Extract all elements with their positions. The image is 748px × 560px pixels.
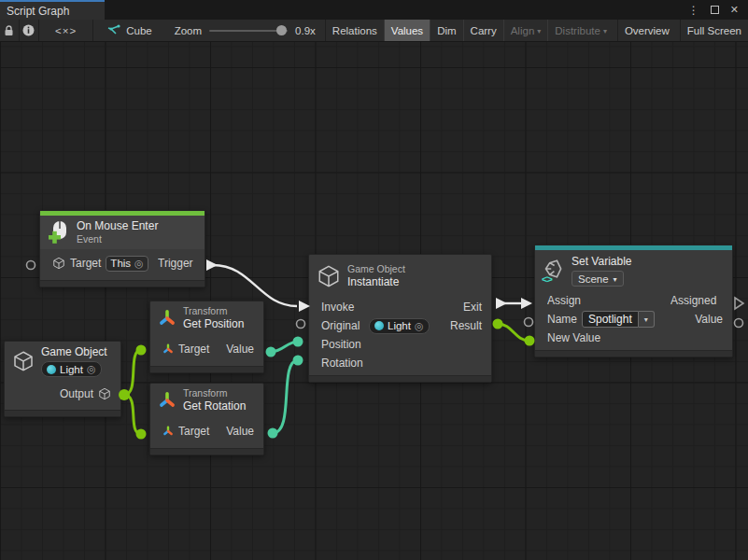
object-picker-icon[interactable]: ◎ <box>134 258 144 270</box>
node-header: On Mouse Enter Event <box>40 216 205 249</box>
value-port[interactable] <box>735 319 743 328</box>
original-port[interactable] <box>297 320 305 329</box>
port-row-rotation: Rotation <box>309 354 491 372</box>
node-get-position[interactable]: Transform Get Position Target Value <box>149 301 264 373</box>
window-menu-icon[interactable]: ⋮ <box>688 4 699 17</box>
node-footer <box>150 448 263 455</box>
node-instantiate[interactable]: Game Object Instantiate Invoke Exit Orig… <box>308 254 492 383</box>
getrotation-target-port[interactable] <box>136 429 147 440</box>
variable-name-value: Spotlight <box>582 311 639 328</box>
node-header: Game Object Light ◎ <box>5 342 120 381</box>
node-header: <> Set Variable Scene ▾ <box>535 250 732 291</box>
wire-output-to-getrotation-target[interactable] <box>124 395 141 434</box>
exit-port[interactable] <box>496 298 507 309</box>
carry-button[interactable]: Carry <box>463 20 503 41</box>
info-icon <box>22 24 35 36</box>
value-port-label: Value <box>226 425 254 438</box>
instantiate-rotation-port[interactable] <box>293 356 303 366</box>
node-on-mouse-enter[interactable]: On Mouse Enter Event Target This ◎ Trigg… <box>39 210 205 287</box>
node-footer <box>5 410 120 416</box>
relations-label: Relations <box>332 25 377 36</box>
original-value: Light <box>388 320 411 331</box>
tab-script-graph[interactable]: Script Graph <box>0 0 105 20</box>
dim-label: Dim <box>437 25 456 36</box>
wire-result-to-new-value[interactable] <box>498 324 529 341</box>
graph-canvas[interactable]: On Mouse Enter Event Target This ◎ Trigg… <box>0 42 748 560</box>
align-button[interactable]: Align ▾ <box>503 20 548 41</box>
object-field[interactable]: Light ◎ <box>41 361 102 377</box>
name-port[interactable] <box>525 318 533 327</box>
tab-bar: Script Graph ⋮ ✕ <box>0 0 748 20</box>
wire-position-value-to-instantiate[interactable] <box>271 342 298 352</box>
node-category: Transform <box>183 387 256 399</box>
assign-port[interactable] <box>521 298 532 309</box>
variable-name-dropdown[interactable]: Spotlight ▾ <box>582 311 655 328</box>
zoom-slider[interactable] <box>209 30 288 32</box>
trigger-port[interactable] <box>206 259 218 271</box>
close-icon[interactable]: ✕ <box>730 4 739 16</box>
target-port-label: Target <box>178 425 209 438</box>
lock-button[interactable] <box>0 20 20 41</box>
cube-icon <box>317 264 341 288</box>
wire-output-to-getposition-target[interactable] <box>124 350 141 395</box>
node-footer <box>309 375 491 382</box>
full-screen-button[interactable]: Full Screen <box>680 20 748 41</box>
wire-rotation-value-to-instantiate[interactable] <box>273 360 298 433</box>
value-port-label: Value <box>695 313 723 326</box>
target-value-field[interactable]: This ◎ <box>106 256 148 272</box>
maximize-icon[interactable] <box>711 6 719 14</box>
relations-button[interactable]: Relations <box>325 20 384 41</box>
node-header: Game Object Instantiate <box>309 255 491 298</box>
original-object-field[interactable]: Light ◎ <box>369 318 430 334</box>
port-row-invoke: Invoke Exit <box>309 298 491 316</box>
position-port-label: Position <box>321 338 370 351</box>
node-category: Transform <box>183 305 256 317</box>
invoke-port-label: Invoke <box>321 301 360 314</box>
assign-port-label: Assign <box>547 294 586 307</box>
getrotation-value-port[interactable] <box>268 428 278 439</box>
dim-button[interactable]: Dim <box>430 20 462 41</box>
variable-scope-dropdown[interactable]: Scene ▾ <box>572 271 624 287</box>
scope-value: Scene <box>578 273 609 285</box>
node-category: Game Object <box>347 263 405 275</box>
new-value-port-label: New Value <box>547 331 600 344</box>
node-footer <box>535 350 732 357</box>
new-value-port[interactable] <box>525 336 535 346</box>
node-game-object[interactable]: Game Object Light ◎ Output <box>4 341 121 417</box>
getposition-target-port[interactable] <box>136 345 147 356</box>
overview-button[interactable]: Overview <box>617 20 676 41</box>
chevron-down-icon: ▾ <box>614 275 617 284</box>
info-button[interactable] <box>20 20 39 41</box>
chevron-down-icon: ▾ <box>639 311 655 328</box>
code-view-icon: <×> <box>55 25 77 36</box>
graph-breadcrumb[interactable]: Cube <box>93 20 165 41</box>
node-subtitle: Event <box>77 233 158 245</box>
node-get-rotation[interactable]: Transform Get Rotation Target Value <box>149 383 264 455</box>
assigned-port[interactable] <box>735 298 743 309</box>
target-port-label: Target <box>178 343 209 356</box>
tab-title: Script Graph <box>7 5 69 18</box>
node-set-variable[interactable]: <> Set Variable Scene ▾ Assign Assigned … <box>534 245 733 357</box>
light-icon <box>374 321 384 330</box>
target-port-label: Target <box>70 257 101 270</box>
values-button[interactable]: Values <box>384 20 430 41</box>
on-mouse-enter-target-port[interactable] <box>27 261 35 270</box>
zoom-value: 0.9x <box>295 25 316 36</box>
getposition-value-port[interactable] <box>266 347 276 357</box>
distribute-button[interactable]: Distribute ▾ <box>547 20 614 41</box>
port-row: Target Value <box>150 335 263 363</box>
object-picker-icon[interactable]: ◎ <box>415 320 424 332</box>
scene-variable-icon: <> <box>543 259 565 283</box>
zoom-slider-handle[interactable] <box>276 25 287 35</box>
instantiate-position-port[interactable] <box>293 337 303 347</box>
transform-icon <box>158 309 176 328</box>
object-picker-icon[interactable]: ◎ <box>87 363 96 375</box>
result-port[interactable] <box>493 319 503 329</box>
code-view-toggle[interactable]: <×> <box>39 20 93 41</box>
node-title: Game Object <box>41 345 116 359</box>
node-header: Transform Get Position <box>150 301 263 335</box>
node-title: Get Position <box>183 317 260 331</box>
port-row-new-value: New Value <box>535 329 732 347</box>
exit-port-label: Exit <box>463 301 482 314</box>
trigger-port-label: Trigger <box>158 257 195 270</box>
